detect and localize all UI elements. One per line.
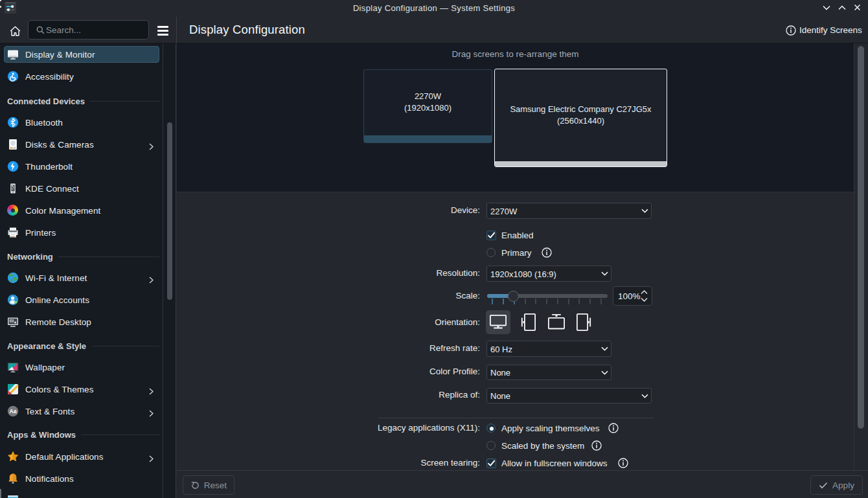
svg-text:Aa: Aa — [10, 408, 17, 414]
